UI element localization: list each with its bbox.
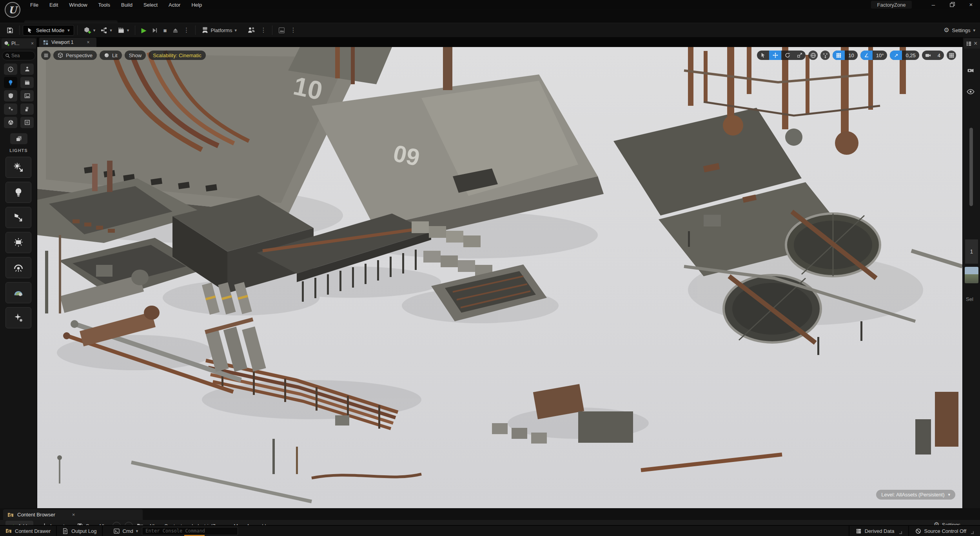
menu-actor[interactable]: Actor [163,0,185,9]
back-button[interactable]: ← [113,522,121,525]
toolbar-settings-dropdown[interactable]: ⚙ Settings ▾ [944,25,975,36]
source-control-button[interactable]: Source Control Off [908,525,980,536]
grid-snap-value[interactable]: 10 [845,51,857,60]
star-light-item[interactable] [5,307,31,328]
scale-snap-value[interactable]: 0,25 [902,51,919,60]
pilot-camera-icon[interactable] [967,67,975,74]
category-all-classes[interactable] [10,133,27,144]
close-icon[interactable]: × [87,40,89,45]
eject-button[interactable] [170,25,181,36]
close-icon[interactable]: × [31,41,34,46]
camera-speed-button[interactable] [922,51,934,60]
close-icon[interactable]: × [72,512,75,518]
play-options-kebab[interactable]: ⋮ [181,27,192,33]
move-tool-button[interactable] [769,51,781,60]
content-browser-tab[interactable]: Content Browser × [3,509,143,520]
scalability-warning[interactable]: Scalability: Cinematic [149,51,206,60]
landscape-options-kebab[interactable]: ⋮ [288,27,299,33]
perspective-dropdown[interactable]: Perspective [53,51,97,60]
stop-button[interactable]: ■ [160,25,169,36]
selection-label: Sel [966,296,973,302]
camera-speed-value[interactable]: 4 [934,51,944,60]
place-search-box[interactable] [2,51,35,60]
console-command-input[interactable] [142,527,238,535]
import-button[interactable]: Import [37,521,69,525]
multiplayer-button[interactable] [245,25,258,36]
multiplayer-options-kebab[interactable]: ⋮ [258,27,269,33]
level-selector-pill[interactable]: Level: AllAssets (Persistent) ▾ [876,490,955,500]
spot-light-item[interactable] [5,207,31,228]
place-search-input[interactable] [11,53,29,58]
save-all-button[interactable]: Save All [73,521,109,525]
viewport-layout-button[interactable] [947,51,956,60]
category-visual-effects[interactable] [20,90,34,101]
landscape-tool-button[interactable] [276,25,288,36]
unreal-logo-icon[interactable]: U [5,2,20,18]
close-button[interactable]: × [965,0,977,9]
save-button[interactable] [4,25,16,36]
visibility-eye-icon[interactable] [967,88,975,96]
menu-edit[interactable]: Edit [44,0,63,9]
chevron-down-icon: ▾ [234,28,237,33]
close-icon[interactable]: × [974,40,977,47]
forward-button[interactable]: → [125,522,133,525]
rect-light-item[interactable] [5,232,31,253]
outliner-tab[interactable]: × [964,38,980,49]
content-browser-settings[interactable]: ⚙ Settings [934,522,960,525]
add-button[interactable]: + Add [5,521,33,525]
minimize-button[interactable]: – [927,0,939,9]
rotation-snap-toggle[interactable]: ∠ [860,51,873,60]
perspective-label: Perspective [66,53,93,58]
show-dropdown[interactable]: Show [125,51,146,60]
cmd-dropdown[interactable]: Cmd ▾ [114,528,138,534]
scale-tool-button[interactable] [793,51,806,60]
select-mode-dropdown[interactable]: Select Mode ▾ [23,25,74,36]
toolbar-separator [272,25,272,35]
outliner-scrollbar[interactable] [969,128,973,206]
place-actors-tab[interactable]: Pl... × [2,38,36,49]
category-cinematic[interactable] [20,77,34,88]
directional-light-item[interactable] [5,157,31,178]
category-vfx-sparkles[interactable] [4,103,17,115]
play-button[interactable]: ▶ [138,25,149,36]
sky-light-item[interactable] [5,257,31,278]
menu-file[interactable]: File [25,0,44,9]
select-tool-button[interactable] [757,51,769,60]
menu-select[interactable]: Select [138,0,163,9]
point-light-item[interactable] [5,182,31,203]
restore-button[interactable] [946,0,958,9]
category-characters[interactable] [20,63,34,75]
output-log-icon [62,528,68,534]
frame-skip-button[interactable] [149,25,160,36]
cinematics-dropdown[interactable]: ▾ [115,25,132,36]
blueprints-dropdown[interactable]: ▾ [98,25,115,36]
category-media[interactable] [4,117,17,128]
category-geometry[interactable] [20,103,34,115]
scale-snap-toggle[interactable]: ↗ [890,51,902,60]
menu-build[interactable]: Build [116,0,138,9]
derived-data-button[interactable]: Derived Data [849,525,908,536]
content-drawer-button[interactable]: Content Drawer [0,525,57,536]
world-local-toggle[interactable] [808,51,818,60]
category-basic[interactable] [4,90,17,101]
sky-atmosphere-item[interactable] [5,282,31,303]
rotate-tool-button[interactable] [781,51,793,60]
scene-render[interactable]: 10 09 [37,47,962,508]
asset-thumbnail[interactable] [965,267,978,283]
viewport-3d-scene[interactable]: 10 09 [37,47,962,508]
category-recently-placed[interactable] [4,63,17,75]
viewport-tab[interactable]: Viewport 1 × [39,38,96,47]
view-mode-dropdown[interactable]: Lit [100,51,122,60]
grid-snap-toggle[interactable] [833,51,845,60]
surface-snapping-button[interactable] [820,51,830,60]
menu-window[interactable]: Window [64,0,92,9]
menu-tools[interactable]: Tools [93,0,115,9]
viewport-options-menu[interactable] [41,51,51,60]
output-log-button[interactable]: Output Log [57,525,103,536]
platforms-dropdown[interactable]: Platforms ▾ [199,25,240,36]
rotation-snap-value[interactable]: 10° [873,51,887,60]
category-lights[interactable] [4,77,17,88]
add-actor-dropdown[interactable]: ▾ [81,25,98,36]
category-volumes[interactable] [20,117,34,128]
menu-help[interactable]: Help [186,0,207,9]
